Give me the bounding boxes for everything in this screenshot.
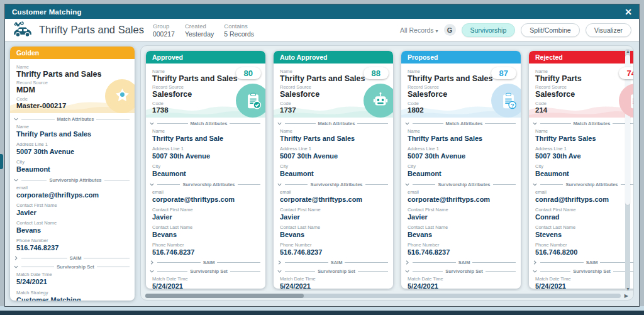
frame-bottom-strip xyxy=(0,306,644,311)
field-match_name: Name Thrifty Parts and Sales xyxy=(401,128,521,143)
chevron-down-icon xyxy=(149,121,155,126)
section-title: SAIM xyxy=(586,260,598,265)
field-value: corporate@thriftyps.com xyxy=(152,196,259,204)
field-last_name: Contact Last Name Stevens xyxy=(529,224,633,239)
record-card-approved[interactable]: Approved 80 Name Thrifty Parts and Sales… xyxy=(146,51,265,289)
section-divider-survivorship_attributes[interactable]: Survivorship Attributes xyxy=(401,182,521,187)
field-address: Address Line 1 5007 30th Ave xyxy=(529,146,633,160)
section-title: Survivorship Attributes xyxy=(565,182,618,187)
section-divider-survivorship_attributes[interactable]: Survivorship Attributes xyxy=(10,177,135,183)
award-ribbon-icon xyxy=(105,79,135,113)
card-status-label: Proposed xyxy=(408,53,438,61)
chevron-down-icon xyxy=(13,264,19,270)
field-value: Beaumont xyxy=(535,170,633,178)
section-title: Match Attributes xyxy=(318,121,355,126)
card-summary: 88 Name Thrifty Parts and Sales Record S… xyxy=(274,64,393,118)
field-label: Match Date Time xyxy=(535,276,633,282)
field-label: Name xyxy=(16,64,128,70)
section-divider-match_attributes[interactable]: Match Attributes xyxy=(10,116,135,122)
section-divider-survivorship_attributes[interactable]: Survivorship Attributes xyxy=(529,182,633,187)
field-value: 5/24/2021 xyxy=(535,282,633,289)
field-label: Contact Last Name xyxy=(16,220,128,226)
section-divider-survivorship_attributes[interactable]: Survivorship Attributes xyxy=(274,182,393,187)
field-value: 516.746.8237 xyxy=(408,248,514,257)
field-label: Contact Last Name xyxy=(408,224,514,230)
field-value: 5007 30th Avenue xyxy=(16,148,128,156)
section-divider-survivorship_set[interactable]: Survivorship Set xyxy=(146,268,265,274)
section-divider-match_attributes[interactable]: Match Attributes xyxy=(401,121,521,126)
docked-panel-tab[interactable] xyxy=(0,154,3,169)
field-label: Name xyxy=(16,124,128,130)
section-divider-match_attributes[interactable]: Match Attributes xyxy=(529,121,633,126)
field-label: City xyxy=(16,159,128,165)
meta-created: Created Yesterday xyxy=(185,23,214,38)
chevron-right-icon xyxy=(13,255,19,261)
field-label: Name xyxy=(280,128,387,134)
card-summary: 80 Name Thrifty Parts and Sales Record S… xyxy=(146,64,265,118)
card-status-label: Approved xyxy=(152,53,183,61)
field-value: 5007 30th Avenue xyxy=(152,152,259,160)
chevron-right-icon xyxy=(532,260,538,265)
field-value: Bevans xyxy=(408,231,514,239)
section-divider-survivorship_set[interactable]: Survivorship Set xyxy=(529,268,633,274)
field-value: 5/24/2021 xyxy=(152,282,259,289)
scroll-down-icon[interactable]: ▼ xyxy=(626,287,630,291)
section-title: Match Attributes xyxy=(191,121,228,126)
meta-label: Contains xyxy=(224,23,254,30)
record-card-auto-approved[interactable]: Auto Approved 88 Name Thrifty Parts and … xyxy=(274,51,393,289)
field-first_name: Contact First Name Javier xyxy=(10,202,135,217)
section-divider-match_attributes[interactable]: Match Attributes xyxy=(146,121,265,126)
avatar[interactable]: G xyxy=(444,24,456,36)
section-divider-survivorship_attributes[interactable]: Survivorship Attributes xyxy=(146,182,265,187)
field-match_name: Name Thrifty Parts and Sales xyxy=(10,124,135,138)
field-address: Address Line 1 5007 30th Avenue xyxy=(274,146,393,160)
scroll-right-icon[interactable]: ▶ xyxy=(625,294,628,299)
section-divider-survivorship_set[interactable]: Survivorship Set xyxy=(274,268,393,274)
record-card-golden[interactable]: Golden Name Thrifty Parts and Sales Reco… xyxy=(10,47,135,301)
scroll-up-icon[interactable]: ▲ xyxy=(626,49,630,53)
field-city: City Beaumont xyxy=(401,163,521,178)
field-address: Address Line 1 5007 30th Avenue xyxy=(146,146,265,160)
section-divider-match_attributes[interactable]: Match Attributes xyxy=(274,121,393,126)
field-value: Bevans xyxy=(280,231,387,239)
section-divider-saim[interactable]: SAIM xyxy=(274,260,393,265)
record-card-rejected[interactable]: Rejected 74 Name Thrifty Parts Record So… xyxy=(529,51,633,289)
field-value: 516.746.8237 xyxy=(152,248,259,257)
field-email: email corporate@thriftyps.com xyxy=(401,189,521,204)
split-combine-button[interactable]: Split/Combine xyxy=(521,23,579,37)
record-card-proposed[interactable]: Proposed 87 Name Thrifty Parts and Sales… xyxy=(401,51,521,289)
field-value: 5/24/2021 xyxy=(280,282,387,289)
section-divider-saim[interactable]: SAIM xyxy=(146,260,265,265)
record-name: Thrifty Parts and Sales xyxy=(16,70,128,79)
section-divider-saim[interactable]: SAIM xyxy=(401,260,521,265)
field-value: Stevens xyxy=(535,231,633,239)
survivorship-button[interactable]: Survivorship xyxy=(462,23,516,37)
field-label: Contact First Name xyxy=(280,207,387,213)
section-divider-survivorship_set[interactable]: Survivorship Set xyxy=(10,264,135,270)
section-divider-saim[interactable]: SAIM xyxy=(10,255,135,261)
visualizer-button[interactable]: Visualizer xyxy=(586,23,631,37)
field-label: Contact Last Name xyxy=(152,224,259,230)
field-last_name: Contact Last Name Bevans xyxy=(146,224,265,239)
group-header: Thrifty Parts and Sales Group 000217 Cre… xyxy=(5,19,639,42)
group-meta: Group 000217 Created Yesterday Contains … xyxy=(153,23,254,38)
horizontal-scroll-thumb[interactable] xyxy=(145,294,304,298)
field-label: Address Line 1 xyxy=(16,141,128,147)
meta-label: Created xyxy=(185,23,214,30)
card-status-header: Approved xyxy=(146,51,265,64)
chevron-down-icon xyxy=(532,268,538,274)
card-attributes: Match Attributes Name Thrifty Parts and … xyxy=(146,118,265,289)
card-status-label: Rejected xyxy=(535,53,563,61)
card-summary: 74 Name Thrifty Parts Record Source Sale… xyxy=(529,64,633,118)
section-title: Survivorship Set xyxy=(57,264,94,270)
field-phone: Phone Number 516.746.8237 xyxy=(274,242,393,257)
section-divider-survivorship_set[interactable]: Survivorship Set xyxy=(401,268,521,274)
section-divider-saim[interactable]: SAIM xyxy=(529,260,633,265)
close-icon[interactable]: ✕ xyxy=(625,8,632,16)
matching-content: Golden Name Thrifty Parts and Sales Reco… xyxy=(5,42,639,306)
meta-value: Yesterday xyxy=(185,30,214,38)
field-first_name: Contact First Name Javier xyxy=(146,207,265,221)
section-title: Match Attributes xyxy=(57,116,94,122)
horizontal-scrollbar[interactable] xyxy=(145,294,621,298)
records-filter-dropdown[interactable]: All Records ▾ xyxy=(400,26,438,34)
